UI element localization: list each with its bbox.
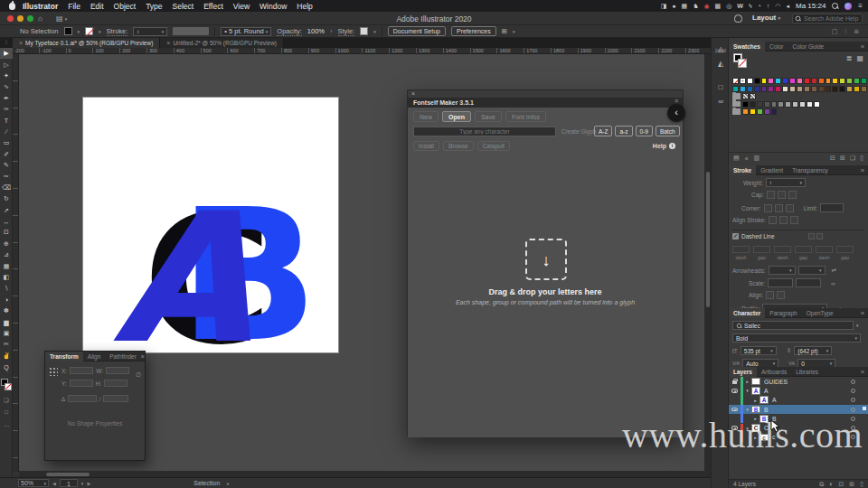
swatch[interactable] (785, 101, 791, 108)
swatch[interactable] (757, 108, 763, 115)
opacity-label[interactable]: Opacity: (277, 27, 302, 36)
status-menu-icon[interactable]: ▸ (227, 481, 230, 486)
swatch[interactable] (811, 78, 817, 84)
swatch-themes-icon[interactable]: « (745, 155, 749, 162)
swatch[interactable] (846, 78, 853, 84)
swatch[interactable] (804, 78, 810, 84)
menu-item-window[interactable]: Window (259, 2, 287, 11)
tab-paragraph[interactable]: Paragraph (765, 308, 801, 318)
swatch-group-folder-icon[interactable] (732, 93, 741, 99)
fontself-close-icon[interactable]: × (411, 90, 415, 97)
fontself-header[interactable]: Fontself Maker 3.5.1 (408, 98, 683, 108)
new-layer-icon[interactable]: ⊞ (849, 481, 854, 488)
vpn-status-icon[interactable]: ♞ (693, 0, 698, 12)
lock-icon[interactable] (732, 380, 737, 384)
swatch[interactable] (804, 86, 810, 92)
layer-row-b[interactable]: ▾BB (729, 405, 868, 414)
font-family-dropdown-icon[interactable]: ▾ (856, 323, 859, 328)
new-sublayer-icon[interactable]: ⊡ (838, 481, 844, 488)
quick-button-0-9[interactable]: 0-9 (636, 126, 653, 136)
arrow-end-align-button[interactable] (777, 291, 785, 299)
siri-icon[interactable] (844, 3, 852, 10)
dock-option-icon-1[interactable]: ▢ (832, 28, 838, 35)
rotate-input[interactable] (68, 395, 97, 402)
reference-point-icon[interactable] (49, 367, 58, 376)
swatch[interactable] (854, 78, 860, 84)
record-status-icon[interactable]: ● (672, 0, 675, 12)
swatch[interactable] (771, 101, 778, 108)
expand-icon[interactable]: ▾ (743, 407, 751, 412)
layer-row-a-child[interactable]: ▸AA (729, 396, 868, 405)
tab-color-guide[interactable]: Color Guide (788, 42, 829, 52)
target-circle-icon[interactable] (851, 389, 855, 393)
expand-icon[interactable]: ▸ (743, 379, 751, 384)
swatch[interactable] (750, 93, 756, 99)
horizontal-scrollbar[interactable] (19, 471, 704, 477)
visibility-cell[interactable] (729, 379, 741, 384)
tab-layers[interactable]: Layers (729, 367, 757, 377)
dock-option-icon-3[interactable]: ≣ (854, 28, 859, 35)
fontself-tab-open[interactable]: Open (442, 111, 471, 122)
close-tab-icon[interactable]: × (19, 40, 23, 46)
fontself-tab-font-infos[interactable]: Font Infos (505, 111, 546, 122)
apple-icon[interactable] (9, 3, 15, 10)
swatch[interactable] (768, 78, 774, 84)
menu-item-effect[interactable]: Effect (203, 2, 223, 11)
layer-row-a[interactable]: ▾AA (729, 386, 868, 395)
swatch[interactable] (778, 101, 784, 108)
swatch[interactable] (818, 78, 825, 84)
align-outside-button[interactable] (790, 216, 798, 224)
eye-icon[interactable] (731, 408, 738, 412)
collapsed-panel-icon-2[interactable]: ◭ (712, 58, 730, 70)
swatch[interactable] (740, 86, 746, 92)
delete-layer-icon[interactable]: ▯ (860, 481, 863, 488)
document-tab-2[interactable]: ×Untitled-2* @ 50% (RGB/GPU Preview) (160, 38, 284, 48)
layer-name[interactable]: A (764, 388, 769, 394)
eraser-tool[interactable]: ⌫ (0, 183, 13, 193)
close-tab-icon[interactable]: × (166, 40, 170, 46)
swatch[interactable] (861, 86, 867, 92)
eyedropper-tool[interactable]: ∖ (0, 283, 13, 294)
swatch[interactable] (747, 78, 753, 84)
quick-button-a-z[interactable]: a-z (615, 126, 632, 136)
constrain-proportions-icon[interactable]: ∅ (136, 371, 141, 379)
swatch[interactable] (792, 101, 798, 108)
install-button[interactable]: Install (413, 141, 439, 151)
brush-definition-combo[interactable]: •5 pt. Round▾ (221, 27, 271, 36)
swatch[interactable] (811, 86, 817, 92)
swatch[interactable] (764, 101, 770, 108)
swatch[interactable] (747, 86, 753, 92)
horizontal-scrollbar-thumb[interactable] (46, 473, 90, 476)
swatch[interactable] (768, 86, 774, 92)
layer-thumbnail[interactable]: A (751, 387, 760, 395)
stroke-weight-combo[interactable]: ↕▾ (133, 27, 167, 36)
symbol-sprayer-tool[interactable]: ✽ (0, 305, 13, 316)
pencil-tool[interactable]: ✎ (0, 160, 13, 171)
tab-transform[interactable]: Transform (45, 352, 83, 361)
dash-field-gap[interactable] (795, 246, 812, 253)
swatch[interactable] (814, 101, 820, 108)
swatch[interactable] (797, 86, 803, 92)
swatch[interactable] (789, 86, 796, 92)
round-cap-button[interactable] (778, 191, 786, 199)
swatch-group-folder-icon[interactable] (732, 108, 741, 115)
zoom-level-combo[interactable]: 50%▾ (18, 479, 49, 487)
swatch-group-folder-icon[interactable] (732, 101, 741, 108)
wifi-status-icon[interactable]: ◠ (775, 0, 780, 12)
swatch[interactable] (761, 86, 768, 92)
swatch[interactable] (839, 78, 845, 84)
drive-status-icon[interactable]: ▩ (715, 0, 722, 12)
curvature-tool[interactable]: ✑ (0, 104, 13, 115)
create-glyph-button[interactable]: Create Glyph (561, 128, 596, 135)
perspective-grid-tool[interactable]: ⊿ (0, 249, 13, 260)
update-status-icon[interactable]: ↑ (767, 0, 770, 12)
spotlight-search-icon[interactable] (832, 3, 838, 9)
swatch[interactable] (826, 78, 832, 84)
layer-thumbnail[interactable] (751, 378, 760, 386)
zoom-tool[interactable]: Q (0, 361, 13, 372)
menu-app-name[interactable]: Illustrator (23, 2, 58, 11)
y-input[interactable] (70, 380, 93, 387)
screen-mode-icon[interactable]: □ (0, 409, 13, 415)
shape-builder-tool[interactable]: ⊕ (0, 239, 13, 249)
tab-swatches[interactable]: Swatches (729, 42, 765, 52)
